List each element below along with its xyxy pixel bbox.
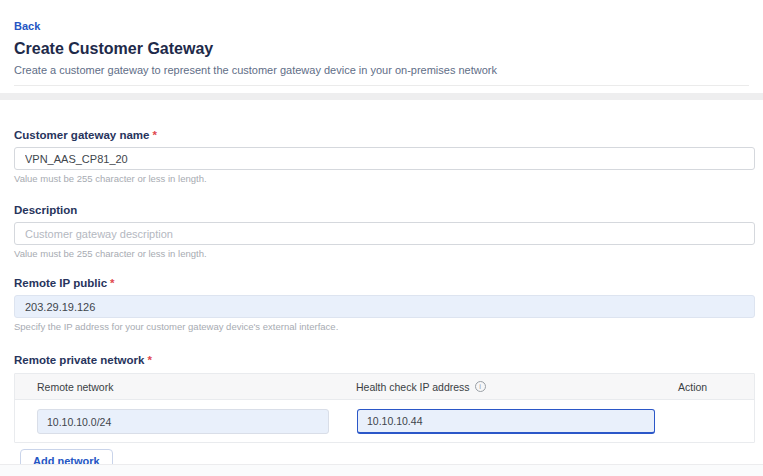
bottom-strip bbox=[0, 464, 763, 476]
required-asterisk: * bbox=[147, 354, 151, 366]
required-asterisk: * bbox=[153, 129, 157, 141]
remote-ip-public-input[interactable] bbox=[14, 295, 755, 318]
customer-gateway-name-input[interactable] bbox=[14, 147, 755, 170]
action-cell bbox=[660, 409, 754, 434]
column-header-health-check: Health check IP address i bbox=[348, 381, 660, 393]
section-separator bbox=[0, 93, 763, 100]
remote-ip-helper-text: Specify the IP address for your customer… bbox=[14, 322, 755, 332]
back-link[interactable]: Back bbox=[14, 20, 40, 32]
page-title: Create Customer Gateway bbox=[14, 39, 749, 58]
table-header-row: Remote network Health check IP address i… bbox=[15, 374, 754, 400]
customer-gateway-name-label: Customer gateway name* bbox=[14, 129, 755, 142]
health-check-ip-input[interactable] bbox=[357, 409, 655, 434]
remote-network-input[interactable] bbox=[37, 409, 329, 434]
page-header: Back Create Customer Gateway Create a cu… bbox=[0, 0, 763, 86]
name-helper-text: Value must be 255 character or less in l… bbox=[14, 174, 755, 184]
health-check-cell bbox=[348, 409, 660, 434]
remote-private-network-label: Remote private network* bbox=[14, 354, 755, 367]
remote-network-cell bbox=[15, 409, 348, 434]
table-row bbox=[15, 400, 754, 442]
gateway-form: Customer gateway name* Value must be 255… bbox=[0, 129, 763, 472]
create-customer-gateway-page: Back Create Customer Gateway Create a cu… bbox=[0, 0, 763, 476]
header-divider bbox=[14, 85, 749, 86]
column-header-action: Action bbox=[660, 381, 754, 393]
page-subtitle: Create a customer gateway to represent t… bbox=[14, 64, 749, 76]
description-helper-text: Value must be 255 character or less in l… bbox=[14, 249, 755, 259]
remote-network-table: Remote network Health check IP address i… bbox=[14, 373, 755, 443]
description-label: Description bbox=[14, 204, 755, 217]
column-header-remote-network: Remote network bbox=[15, 381, 348, 393]
info-icon[interactable]: i bbox=[475, 381, 486, 392]
description-input[interactable] bbox=[14, 222, 755, 245]
required-asterisk: * bbox=[110, 277, 114, 289]
remote-ip-public-label: Remote IP public* bbox=[14, 277, 755, 290]
